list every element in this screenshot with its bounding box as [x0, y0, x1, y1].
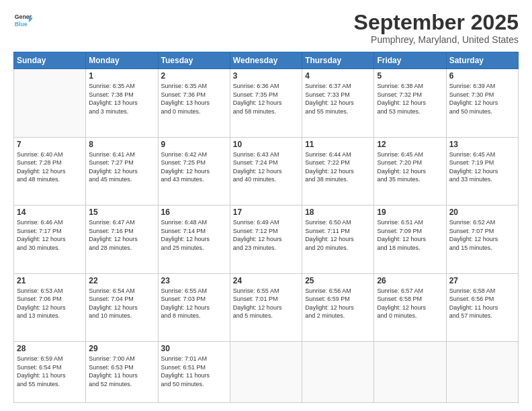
calendar-body: 1Sunrise: 6:35 AMSunset: 7:38 PMDaylight…: [14, 69, 519, 403]
day-number: 3: [233, 71, 299, 81]
calendar-cell: 9Sunrise: 6:42 AMSunset: 7:25 PMDaylight…: [158, 137, 230, 205]
day-number: 27: [449, 276, 515, 285]
svg-text:Blue: Blue: [15, 21, 28, 28]
day-number: 16: [161, 208, 227, 217]
weekday-header-cell: Tuesday: [158, 52, 230, 69]
logo: General Blue: [13, 11, 32, 30]
calendar-cell: 25Sunrise: 6:56 AMSunset: 6:59 PMDayligh…: [302, 273, 374, 341]
cell-daylight-info: Sunrise: 6:48 AMSunset: 7:14 PMDaylight:…: [161, 218, 227, 252]
calendar-week-row: 14Sunrise: 6:46 AMSunset: 7:17 PMDayligh…: [14, 205, 519, 273]
calendar-week-row: 7Sunrise: 6:40 AMSunset: 7:28 PMDaylight…: [14, 137, 519, 205]
day-number: 21: [17, 276, 83, 285]
day-number: 20: [449, 208, 515, 217]
day-number: 19: [377, 208, 443, 217]
day-number: 1: [89, 71, 154, 81]
cell-daylight-info: Sunrise: 6:38 AMSunset: 7:32 PMDaylight:…: [377, 82, 443, 116]
day-number: 13: [449, 140, 515, 149]
day-number: 25: [305, 276, 371, 285]
calendar-cell: 29Sunrise: 7:00 AMSunset: 6:53 PMDayligh…: [86, 342, 158, 403]
calendar-cell: 28Sunrise: 6:59 AMSunset: 6:54 PMDayligh…: [14, 342, 86, 403]
cell-daylight-info: Sunrise: 6:44 AMSunset: 7:22 PMDaylight:…: [305, 150, 371, 184]
calendar-cell: 22Sunrise: 6:54 AMSunset: 7:04 PMDayligh…: [86, 273, 158, 341]
cell-daylight-info: Sunrise: 6:51 AMSunset: 7:09 PMDaylight:…: [377, 218, 443, 252]
cell-daylight-info: Sunrise: 6:49 AMSunset: 7:12 PMDaylight:…: [233, 218, 299, 252]
calendar-cell: [302, 342, 374, 403]
calendar-cell: 14Sunrise: 6:46 AMSunset: 7:17 PMDayligh…: [14, 205, 86, 273]
calendar-table: SundayMondayTuesdayWednesdayThursdayFrid…: [13, 52, 519, 403]
day-number: 24: [233, 276, 299, 285]
cell-daylight-info: Sunrise: 6:50 AMSunset: 7:11 PMDaylight:…: [305, 218, 371, 252]
cell-daylight-info: Sunrise: 6:36 AMSunset: 7:35 PMDaylight:…: [233, 82, 299, 116]
day-number: 28: [17, 344, 83, 353]
cell-daylight-info: Sunrise: 6:52 AMSunset: 7:07 PMDaylight:…: [449, 218, 515, 252]
calendar-cell: 2Sunrise: 6:35 AMSunset: 7:36 PMDaylight…: [158, 69, 230, 137]
day-number: 2: [161, 71, 227, 81]
calendar-cell: 10Sunrise: 6:43 AMSunset: 7:24 PMDayligh…: [230, 137, 302, 205]
cell-daylight-info: Sunrise: 6:56 AMSunset: 6:59 PMDaylight:…: [305, 287, 371, 320]
calendar-cell: 15Sunrise: 6:47 AMSunset: 7:16 PMDayligh…: [86, 205, 158, 273]
cell-daylight-info: Sunrise: 6:54 AMSunset: 7:04 PMDaylight:…: [89, 287, 154, 320]
calendar-cell: 13Sunrise: 6:45 AMSunset: 7:19 PMDayligh…: [446, 137, 518, 205]
calendar-cell: [374, 342, 446, 403]
calendar-cell: 7Sunrise: 6:40 AMSunset: 7:28 PMDaylight…: [14, 137, 86, 205]
cell-daylight-info: Sunrise: 6:40 AMSunset: 7:28 PMDaylight:…: [17, 150, 83, 184]
cell-daylight-info: Sunrise: 6:59 AMSunset: 6:54 PMDaylight:…: [17, 355, 83, 388]
calendar-cell: 24Sunrise: 6:55 AMSunset: 7:01 PMDayligh…: [230, 273, 302, 341]
day-number: 22: [89, 276, 154, 285]
day-number: 14: [17, 208, 83, 217]
calendar-cell: [446, 342, 518, 403]
calendar-cell: 4Sunrise: 6:37 AMSunset: 7:33 PMDaylight…: [302, 69, 374, 137]
calendar-cell: 1Sunrise: 6:35 AMSunset: 7:38 PMDaylight…: [86, 69, 158, 137]
calendar-cell: 11Sunrise: 6:44 AMSunset: 7:22 PMDayligh…: [302, 137, 374, 205]
weekday-header-cell: Sunday: [14, 52, 86, 69]
calendar-header: SundayMondayTuesdayWednesdayThursdayFrid…: [14, 52, 519, 69]
title-block: September 2025 Pumphrey, Maryland, Unite…: [354, 11, 519, 45]
calendar-cell: 16Sunrise: 6:48 AMSunset: 7:14 PMDayligh…: [158, 205, 230, 273]
day-number: 15: [89, 208, 154, 217]
weekday-header-cell: Monday: [86, 52, 158, 69]
cell-daylight-info: Sunrise: 7:00 AMSunset: 6:53 PMDaylight:…: [89, 355, 154, 388]
cell-daylight-info: Sunrise: 6:35 AMSunset: 7:36 PMDaylight:…: [161, 82, 227, 116]
month-title: September 2025: [354, 11, 519, 34]
cell-daylight-info: Sunrise: 6:41 AMSunset: 7:27 PMDaylight:…: [89, 150, 154, 184]
weekday-header-cell: Wednesday: [230, 52, 302, 69]
day-number: 29: [89, 344, 154, 353]
day-number: 7: [17, 140, 83, 149]
day-number: 12: [377, 140, 443, 149]
calendar-cell: 5Sunrise: 6:38 AMSunset: 7:32 PMDaylight…: [374, 69, 446, 137]
calendar-cell: 30Sunrise: 7:01 AMSunset: 6:51 PMDayligh…: [158, 342, 230, 403]
cell-daylight-info: Sunrise: 6:35 AMSunset: 7:38 PMDaylight:…: [89, 82, 154, 116]
calendar-cell: 17Sunrise: 6:49 AMSunset: 7:12 PMDayligh…: [230, 205, 302, 273]
calendar-cell: 19Sunrise: 6:51 AMSunset: 7:09 PMDayligh…: [374, 205, 446, 273]
cell-daylight-info: Sunrise: 6:37 AMSunset: 7:33 PMDaylight:…: [305, 82, 371, 116]
cell-daylight-info: Sunrise: 6:42 AMSunset: 7:25 PMDaylight:…: [161, 150, 227, 184]
cell-daylight-info: Sunrise: 6:45 AMSunset: 7:20 PMDaylight:…: [377, 150, 443, 184]
day-number: 23: [161, 276, 227, 285]
calendar-week-row: 1Sunrise: 6:35 AMSunset: 7:38 PMDaylight…: [14, 69, 519, 137]
calendar-cell: 8Sunrise: 6:41 AMSunset: 7:27 PMDaylight…: [86, 137, 158, 205]
cell-daylight-info: Sunrise: 7:01 AMSunset: 6:51 PMDaylight:…: [161, 355, 227, 388]
weekday-header-row: SundayMondayTuesdayWednesdayThursdayFrid…: [14, 52, 519, 69]
calendar-cell: [230, 342, 302, 403]
calendar-week-row: 28Sunrise: 6:59 AMSunset: 6:54 PMDayligh…: [14, 342, 519, 403]
day-number: 5: [377, 71, 443, 81]
page: General Blue September 2025 Pumphrey, Ma…: [0, 0, 532, 411]
cell-daylight-info: Sunrise: 6:55 AMSunset: 7:01 PMDaylight:…: [233, 287, 299, 320]
calendar-cell: 18Sunrise: 6:50 AMSunset: 7:11 PMDayligh…: [302, 205, 374, 273]
day-number: 4: [305, 71, 371, 81]
cell-daylight-info: Sunrise: 6:46 AMSunset: 7:17 PMDaylight:…: [17, 218, 83, 252]
calendar-cell: [14, 69, 86, 137]
header: General Blue September 2025 Pumphrey, Ma…: [13, 11, 519, 45]
calendar-cell: 3Sunrise: 6:36 AMSunset: 7:35 PMDaylight…: [230, 69, 302, 137]
cell-daylight-info: Sunrise: 6:39 AMSunset: 7:30 PMDaylight:…: [449, 82, 515, 116]
cell-daylight-info: Sunrise: 6:47 AMSunset: 7:16 PMDaylight:…: [89, 218, 154, 252]
calendar-cell: 6Sunrise: 6:39 AMSunset: 7:30 PMDaylight…: [446, 69, 518, 137]
cell-daylight-info: Sunrise: 6:43 AMSunset: 7:24 PMDaylight:…: [233, 150, 299, 184]
cell-daylight-info: Sunrise: 6:45 AMSunset: 7:19 PMDaylight:…: [449, 150, 515, 184]
calendar-cell: 27Sunrise: 6:58 AMSunset: 6:56 PMDayligh…: [446, 273, 518, 341]
day-number: 17: [233, 208, 299, 217]
cell-daylight-info: Sunrise: 6:57 AMSunset: 6:58 PMDaylight:…: [377, 287, 443, 320]
logo-icon: General Blue: [13, 11, 32, 30]
day-number: 10: [233, 140, 299, 149]
day-number: 9: [161, 140, 227, 149]
